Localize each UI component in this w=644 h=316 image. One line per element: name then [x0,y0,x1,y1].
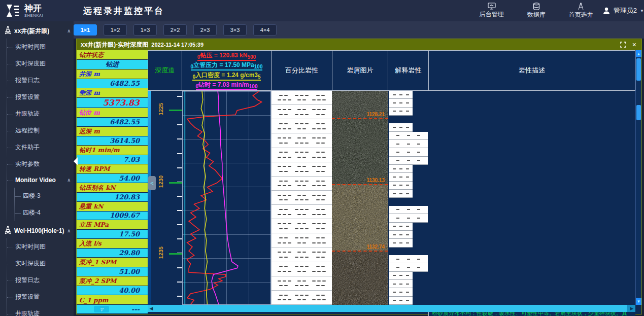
lith-dash-cluster [312,271,326,272]
sidebar-item-井眼轨迹[interactable]: 井眼轨迹 [7,106,74,122]
lith-symbol-line [272,157,332,158]
chevron-up-icon[interactable]: ∧ [67,228,71,233]
layout-tab-1×1[interactable]: 1×1 [74,24,97,36]
cuttings-photo-track: 1128.211130.131132.74 [332,91,388,305]
dash-mark [288,299,291,300]
sidebar-item-实时时间图[interactable]: 实时时间图 [7,39,74,55]
lith-dash-cluster [279,285,288,286]
dash-mark [297,157,301,158]
lith-dash-cluster [312,195,326,196]
sidebar-item-四楼-4[interactable]: 四楼-4 [15,204,74,221]
dash-mark [321,285,325,286]
collapse-panel-arrow[interactable] [74,157,78,165]
vertical-scroll-thumb[interactable] [636,58,641,81]
dash-mark [396,144,399,145]
lith-dash-cluster [278,299,291,300]
lith-dash-cluster [316,143,325,144]
chevron-up-icon[interactable]: ∧ [67,178,71,183]
lith-symbol-line [272,128,332,129]
lith-symbol-line [272,114,332,115]
interp-cell [389,182,413,190]
layout-tab-4×4[interactable]: 4×4 [253,24,277,36]
lith-dash-cluster [312,128,326,129]
dash-mark [279,199,283,200]
dash-mark [302,214,306,215]
sidebar-item-报警日志[interactable]: 报警日志 [7,72,74,89]
fullscreen-icon[interactable] [620,42,626,48]
topnav-item-1[interactable]: 数据库 [527,3,546,19]
dash-mark [316,143,320,144]
sidebar-item-实时深度图[interactable]: 实时深度图 [7,55,74,72]
param-label: 立压 MPa [77,220,148,230]
sidebar-item-实时参数[interactable]: 实时参数 [7,156,74,172]
sidebar-item-远程控制[interactable]: 远程控制 [7,122,74,139]
param-value: 17.50 [77,230,148,238]
lith-dash-cluster [316,199,325,200]
dash-mark [316,199,320,200]
sidebar-item-monitor-video[interactable]: Monitor Video∧ [7,172,74,188]
lith-symbol-line [272,185,332,186]
sidebar-item-四楼-3[interactable]: 四楼-3 [15,188,74,204]
sidebar-item-实时深度图[interactable]: 实时深度图 [7,255,74,272]
dash-mark [283,242,286,243]
dash-mark [278,157,281,158]
lith-symbol-line [272,257,332,258]
dash-mark [305,209,309,210]
legend-max: 100 [254,64,263,69]
dash-mark [316,123,320,124]
dash-mark [278,242,281,243]
dash-mark [321,143,325,144]
layout-tab-2×3[interactable]: 2×3 [193,24,217,36]
param-row-8: 悬重 kN1009.67 [77,202,148,221]
close-icon[interactable]: × [632,41,636,48]
dash-mark [278,214,281,215]
lith-dash-cluster [316,295,325,296]
sidebar-item-文件助手[interactable]: 文件助手 [7,139,74,156]
vertical-scrollbar[interactable]: ▲ ▼ [635,50,641,305]
param-dropdown-button[interactable]: ▽ [94,306,109,312]
layout-tab-3×3[interactable]: 3×3 [223,24,247,36]
lith-symbol-line [272,228,332,229]
panel-scrollbar[interactable] [148,91,151,305]
chevron-up-icon[interactable]: ∧ [67,28,71,33]
lith-dash-cluster [279,171,288,172]
top-bar: 神开 SHENKAI 远程录井监控平台 后台管理数据库首页选井 管理员2 ▼ [0,0,644,21]
dash-mark [279,114,283,115]
dash-mark [317,99,321,100]
scroll-up-icon[interactable]: ▲ [636,50,641,57]
lith-dash-cluster [278,109,291,110]
topnav-item-2[interactable]: 首页选井 [569,3,593,19]
dash-mark [288,166,291,167]
horizontal-scroll-thumb[interactable] [155,305,627,312]
dash-mark [284,152,288,153]
sidebar-item-井眼轨迹[interactable]: 井眼轨迹 [7,305,74,316]
horizontal-scrollbar[interactable]: ◀ ▶ [148,305,635,312]
scroll-left-icon[interactable]: ◀ [148,305,155,312]
layout-tab-1×2[interactable]: 1×2 [104,24,127,36]
topnav-item-0[interactable]: 后台管理 [480,3,504,19]
dash-mark [317,299,321,300]
sidebar-item-报警设置[interactable]: 报警设置 [7,89,74,106]
dash-mark [399,300,402,301]
dash-mark [417,218,420,219]
scroll-down-icon[interactable]: ▼ [636,298,641,305]
layout-tab-2×2[interactable]: 2×2 [163,24,187,36]
dash-mark [278,185,281,186]
dash-mark [393,94,396,95]
scroll-right-icon[interactable]: ▶ [628,305,635,312]
layout-tab-1×3[interactable]: 1×3 [133,24,157,36]
sidebar-item-报警日志[interactable]: 报警日志 [7,272,74,289]
user-menu[interactable]: 管理员2 ▼ [602,6,644,15]
dash-mark [406,111,409,112]
collapse-left-button[interactable]: < [148,176,156,190]
sidebar-item-实时时间图[interactable]: 实时时间图 [7,238,74,255]
dash-mark [322,128,326,129]
dash-mark [302,299,306,300]
dash-mark [278,299,281,300]
well-node-0[interactable]: xx井(新井眼)∧ [0,21,74,39]
shenkai-logo-icon [5,4,20,18]
dash-mark [284,266,288,267]
well-node-1[interactable]: Wei-H100(Hole-1)∧ [0,221,74,238]
vertical-scroll-thumb2[interactable] [636,105,641,120]
sidebar-item-报警设置[interactable]: 报警设置 [7,289,74,305]
